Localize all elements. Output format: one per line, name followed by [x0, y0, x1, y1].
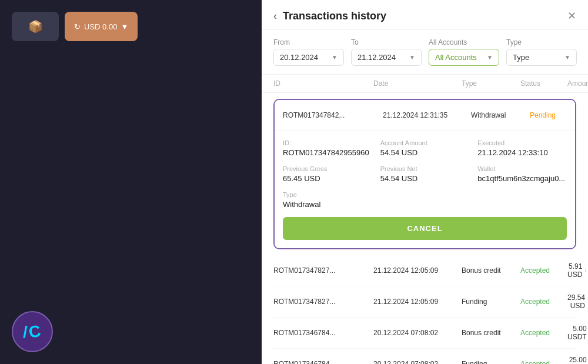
tx-status-1: Accepted — [520, 298, 567, 306]
transactions-panel: ‹ Transactions history ✕ From 20.12.2024… — [262, 0, 588, 364]
back-button[interactable]: ‹ — [273, 10, 277, 22]
detail-executed-value: 21.12.2024 12:33:10 — [477, 148, 567, 157]
col-type: Type — [462, 79, 520, 88]
from-value: 20.12.2024 — [280, 53, 318, 62]
detail-prev-net-label: Previous Net — [380, 165, 470, 172]
detail-executed-label: Executed — [477, 139, 567, 146]
tx-type-2: Bonus credit — [462, 329, 520, 337]
details-grid-middle: Previous Gross 65.45 USD Previous Net 54… — [283, 165, 567, 183]
transaction-details: ID: ROTM017347842955960 Account Amount 5… — [275, 131, 575, 248]
expanded-transaction: ROTM017347842... 21.12.2024 12:31:35 Wit… — [273, 99, 576, 249]
balance-refresh-icon: ↻ — [74, 22, 81, 31]
tx-chevron-icon-0: › — [584, 268, 586, 274]
transaction-row[interactable]: ROTM017347827... 21.12.2024 12:05:09 Fun… — [273, 286, 576, 318]
from-chevron-icon: ▼ — [332, 54, 338, 61]
detail-id: ID: ROTM017347842955960 — [283, 139, 372, 157]
detail-type-label: Type — [283, 191, 567, 198]
to-label: To — [351, 38, 422, 46]
type-filter-label: Type — [506, 38, 577, 46]
transaction-row[interactable]: ROTM017347827... 21.12.2024 12:05:09 Bon… — [273, 255, 576, 286]
col-date: Date — [373, 79, 462, 88]
expanded-tx-id: ROTM017347842... — [283, 111, 383, 119]
close-button[interactable]: ✕ — [567, 9, 576, 22]
detail-id-label: ID: — [283, 139, 372, 146]
type-chevron-icon: ▼ — [564, 54, 570, 61]
col-amount: Amount — [567, 79, 588, 88]
type-filter-group: Type Type ▼ — [506, 38, 577, 66]
tx-amount-0: 5.91 USD › — [567, 262, 587, 279]
detail-id-value: ROTM017347842955960 — [283, 148, 372, 157]
detail-account-amount-value: 54.54 USD — [380, 148, 470, 157]
balance-amount: USD 0.00 — [84, 22, 117, 31]
col-status: Status — [520, 79, 567, 88]
logo-icon: / C — [21, 320, 44, 343]
to-filter-group: To 21.12.2024 ▼ — [351, 38, 422, 66]
svg-text:/: / — [23, 323, 28, 341]
tx-id-2: ROTM017346784... — [273, 329, 373, 337]
detail-account-amount: Account Amount 54.54 USD — [380, 139, 470, 157]
background-area: 📦 ↻ USD 0.00 ▼ — [0, 0, 262, 364]
tx-amount-1: 29.54 USD › — [567, 293, 588, 310]
svg-text:C: C — [27, 322, 42, 342]
detail-wallet-value: bc1qtf5um6n3zcmgaju0... — [477, 174, 567, 183]
tx-status-2: Accepted — [520, 329, 567, 337]
tx-id-3: ROTM017346784... — [273, 360, 373, 364]
detail-wallet: Wallet bc1qtf5um6n3zcmgaju0... — [477, 165, 567, 183]
detail-prev-net: Previous Net 54.54 USD — [380, 165, 470, 183]
accounts-chevron-icon: ▼ — [487, 54, 493, 61]
regular-transactions: ROTM017347827... 21.12.2024 12:05:09 Bon… — [273, 255, 576, 364]
expanded-tx-type: Withdrawal — [471, 111, 530, 119]
table-header: ID Date Type Status Amount — [262, 75, 588, 93]
expanded-transaction-row[interactable]: ROTM017347842... 21.12.2024 12:31:35 Wit… — [275, 100, 575, 131]
from-filter-group: From 20.12.2024 ▼ — [273, 38, 344, 66]
to-value: 21.12.2024 — [358, 53, 396, 62]
tx-amount-2: 5.00 USDT › — [567, 325, 588, 341]
tx-date-0: 21.12.2024 12:05:09 — [373, 266, 462, 275]
balance-widget[interactable]: ↻ USD 0.00 ▼ — [65, 12, 138, 41]
tx-type-0: Bonus credit — [462, 266, 520, 275]
tx-status-3: Accepted — [520, 360, 567, 364]
tx-type-1: Funding — [462, 298, 520, 306]
transactions-list: ROTM017347842... 21.12.2024 12:31:35 Wit… — [262, 93, 588, 364]
card-widget: 📦 — [12, 12, 59, 41]
tx-date-1: 21.12.2024 12:05:09 — [373, 298, 462, 306]
expanded-tx-date: 21.12.2024 12:31:35 — [383, 111, 471, 119]
tx-date-3: 20.12.2024 07:08:02 — [373, 360, 462, 364]
detail-account-amount-label: Account Amount — [380, 139, 470, 146]
tx-type-3: Funding — [462, 360, 520, 364]
transaction-row[interactable]: ROTM017346784... 20.12.2024 07:08:02 Fun… — [273, 349, 576, 364]
tx-date-2: 20.12.2024 07:08:02 — [373, 329, 462, 337]
tx-amount-3: 25.00 USDT › — [567, 356, 588, 364]
detail-prev-gross-label: Previous Gross — [283, 165, 372, 172]
accounts-select[interactable]: All Accounts ▼ — [429, 49, 499, 66]
details-grid-top: ID: ROTM017347842955960 Account Amount 5… — [283, 139, 567, 157]
from-label: From — [273, 38, 344, 46]
col-id: ID — [273, 79, 373, 88]
logo: / C — [12, 311, 53, 352]
filters-bar: From 20.12.2024 ▼ To 21.12.2024 ▼ All Ac… — [262, 30, 588, 75]
type-select[interactable]: Type ▼ — [506, 49, 577, 66]
transaction-row[interactable]: ROTM017346784... 20.12.2024 07:08:02 Bon… — [273, 318, 576, 349]
card-icon: 📦 — [28, 19, 43, 34]
to-select[interactable]: 21.12.2024 ▼ — [351, 49, 422, 66]
header-left: ‹ Transactions history — [273, 10, 386, 22]
detail-executed: Executed 21.12.2024 12:33:10 — [477, 139, 567, 157]
to-chevron-icon: ▼ — [409, 54, 415, 61]
tx-id-1: ROTM017347827... — [273, 298, 373, 306]
detail-wallet-label: Wallet — [477, 165, 567, 172]
tx-status-0: Accepted — [520, 266, 567, 275]
accounts-value: All Accounts — [435, 53, 477, 62]
detail-prev-net-value: 54.54 USD — [380, 174, 470, 183]
accounts-filter-group: All Accounts All Accounts ▼ — [429, 38, 499, 66]
cancel-button[interactable]: CANCEL — [283, 217, 567, 240]
panel-title: Transactions history — [283, 10, 386, 22]
type-value: Type — [513, 53, 529, 62]
detail-prev-gross-value: 65.45 USD — [283, 174, 372, 183]
detail-prev-gross: Previous Gross 65.45 USD — [283, 165, 372, 183]
detail-type-section: Type Withdrawal — [283, 191, 567, 209]
from-select[interactable]: 20.12.2024 ▼ — [273, 49, 344, 66]
tx-id-0: ROTM017347827... — [273, 266, 373, 275]
balance-expand-icon: ▼ — [121, 22, 128, 31]
panel-header: ‹ Transactions history ✕ — [262, 0, 588, 30]
expanded-tx-status: Pending — [530, 111, 576, 119]
